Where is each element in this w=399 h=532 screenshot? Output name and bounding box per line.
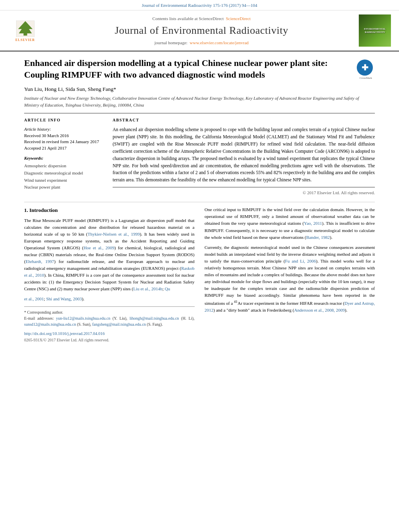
ref-raskob[interactable]: Raskob et al., 2010 [24,266,195,277]
article-info-label: ARTICLE INFO [24,117,105,123]
left-column: 1. Introduction The Risø Mesoscale PUFF … [24,206,195,343]
received-date: Received 30 March 2016 [24,133,105,139]
ref-shi[interactable]: Shi and Wang, 2003 [46,296,82,301]
keywords-label: Keywords: [24,155,105,161]
issn-line: 0265-931X/© 2017 Elsevier Ltd. All right… [24,337,195,343]
ref-yao[interactable]: Yao, 2011 [304,221,322,226]
email-label: E-mail addresses: [24,316,54,320]
ref-liu2014b[interactable]: Liu et al., 2014b [133,286,162,291]
journal-header: ELSEVIER Contents lists available at Sci… [0,10,399,51]
ref-thykier[interactable]: Thykier-Nielsen et al., 1999 [88,232,140,236]
journal-title: Journal of Environmental Radioactivity [44,23,359,38]
revised-date: Received in revised form 24 January 2017 [24,139,105,145]
crossmark-label: CrossMark [357,76,375,80]
main-content: Enhanced air dispersion modelling at a t… [0,51,399,349]
homepage-label: journal homepage: [154,40,187,45]
keyword-wind-tunnel: Wind tunnel experiment [24,177,105,184]
author-list: Yun Liu, Hong Li, Sida Sun, Sheng Fang* [24,86,116,92]
abstract-section: ABSTRACT An enhanced air dispersion mode… [113,117,375,196]
accepted-date: Accepted 21 April 2017 [24,145,105,151]
footnote-section: * Corresponding author. E-mail addresses… [24,306,195,327]
keyword-atmospheric: Atmospheric dispersion [24,162,105,170]
elsevier-logo: ELSEVIER [8,18,44,43]
journal-thumbnail: ENVIRONMENTAL RADIOACTIVITY [359,14,391,47]
ref-dyer[interactable]: Dyer and Astrup, 2012 [205,301,375,312]
homepage-line: journal homepage: www.elsevier.com/locat… [44,40,359,46]
doi-url[interactable]: http://dx.doi.org/10.1016/j.jenvrad.2017… [24,331,105,336]
body-content: 1. Introduction The Risø Mesoscale PUFF … [24,206,375,343]
ref-bander[interactable]: Bander, 1982 [306,235,330,240]
citation-text: Journal of Environmental Radioactivity 1… [142,3,257,8]
article-history: Article history: Received 30 March 2016 … [24,126,105,151]
right-column: One critical input to RIMPUFF is the win… [205,206,375,343]
elsevier-label: ELSEVIER [15,38,35,42]
thumbnail-label: ENVIRONMENTAL RADIOACTIVITY [359,27,391,35]
right-para-1: One critical input to RIMPUFF is the win… [205,206,375,240]
abstract-text: An enhanced air dispersion modelling sch… [113,126,375,184]
homepage-url[interactable]: www.elsevier.com/locate/jenvrad [190,40,249,45]
ref-fu-li[interactable]: Fu and Li, 2006 [285,259,316,263]
keywords-section: Keywords: Atmospheric dispersion Diagnos… [24,155,105,191]
article-title-section: Enhanced air dispersion modelling at a t… [24,58,375,80]
journal-citation: Journal of Environmental Radioactivity 1… [0,0,399,10]
crossmark[interactable]: ✚ CrossMark [357,60,375,78]
intro-para-1: The Risø Mesoscale PUFF model (RIMPUFF) … [24,217,195,293]
affiliation: Institute of Nuclear and New Energy Tech… [24,95,375,108]
abstract-label: ABSTRACT [113,117,375,123]
right-para-2: Currently, the diagnostic meteorological… [205,244,375,314]
email-sheng[interactable]: fangsheng@mail.tsinghua.edu.cn [92,322,146,327]
ref-hoe[interactable]: Hoe et al., 2009 [84,245,115,250]
intro-para-2: et al., 2001; Shi and Wang, 2003). [24,296,195,302]
keyword-nuclear: Nuclear power plant [24,184,105,191]
authors: Yun Liu, Hong Li, Sida Sun, Sheng Fang* [24,86,375,93]
elsevier-tree-icon [13,19,37,37]
article-title: Enhanced air dispersion modelling at a t… [24,58,351,80]
intro-heading: 1. Introduction [24,206,195,214]
sciencedirect-text: Contents lists available at ScienceDirec… [152,16,224,21]
journal-center: Contents lists available at ScienceDirec… [44,16,359,46]
article-info-abstract: ARTICLE INFO Article history: Received 3… [24,113,375,196]
ref-qu-cont[interactable]: et al., 2001 [24,296,44,301]
ref-qu[interactable]: Qu [165,286,170,291]
sciencedirect-link[interactable]: ScienceDirect [226,16,251,21]
article-info-panel: ARTICLE INFO Article history: Received 3… [24,117,105,196]
keyword-diagnostic: Diagnostic meteorological model [24,170,105,177]
ref-ehrhardt[interactable]: Ehrhardt, 1997 [26,259,54,264]
corresponding-author: * Corresponding author. [24,309,195,315]
sciencedirect-line: Contents lists available at ScienceDirec… [44,16,359,22]
email-line: E-mail addresses: yun-liu12@mails.tsingh… [24,315,195,327]
section-divider [24,202,375,202]
email-sida[interactable]: sunsd12@mails.tsinghua.edu.cn [24,322,76,327]
email-yun[interactable]: yun-liu12@mails.tsinghua.edu.cn [56,316,110,320]
email-hong[interactable]: lihongh@mail.tsinghua.edu.cn [130,316,179,320]
copyright-line: © 2017 Elsevier Ltd. All rights reserved… [113,187,375,196]
ref-andersson[interactable]: Andersson et al., 2008, 2009 [294,308,345,312]
doi-link[interactable]: http://dx.doi.org/10.1016/j.jenvrad.2017… [24,331,195,337]
history-label: Article history: [24,126,105,132]
crossmark-icon: ✚ [357,60,373,76]
